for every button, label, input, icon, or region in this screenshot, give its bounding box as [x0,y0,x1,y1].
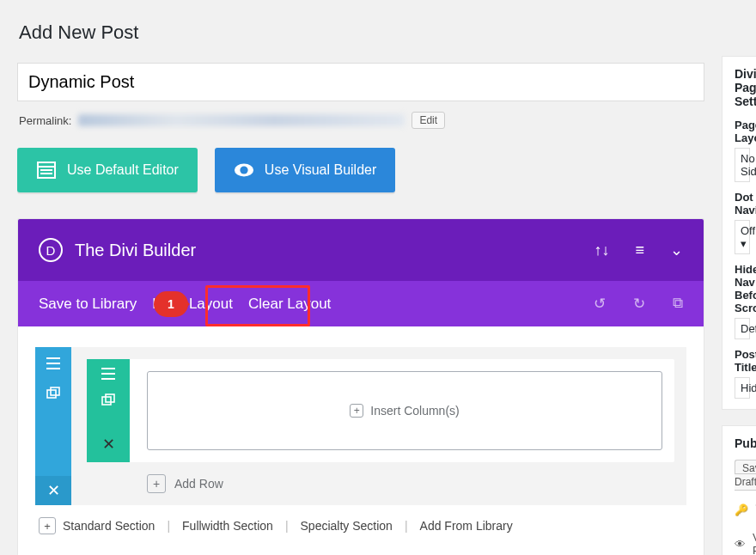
add-from-library-link[interactable]: Add From Library [420,519,513,533]
clear-layout-button[interactable]: Clear Layout [248,296,331,313]
row-drag-icon[interactable] [101,366,115,381]
section-duplicate-icon[interactable] [46,387,60,401]
svg-rect-7 [51,387,59,395]
svg-rect-9 [106,394,114,402]
builder-row: ✕ + Insert Column(s) [87,359,674,462]
section-delete-icon[interactable]: ✕ [35,476,71,505]
use-default-editor-button[interactable]: Use Default Editor [17,148,198,192]
row-duplicate-icon[interactable] [101,393,115,408]
plus-box-icon: + [350,404,363,418]
section-drag-icon[interactable] [46,356,60,371]
hamburger-icon[interactable]: ≡ [635,241,644,259]
dot-nav-label: Dot Navigation: [735,191,750,217]
layout-icon [36,160,57,180]
eye-icon: 👁 [735,538,746,551]
collapse-icon[interactable]: ⌄ [670,241,683,259]
post-title-input[interactable] [17,63,704,101]
use-visual-builder-label: Use Visual Builder [265,162,376,178]
add-row-button[interactable]: + Add Row [147,474,674,493]
annotation-step-badge: 1 [154,291,188,317]
dot-nav-select[interactable]: Off ▾ [735,220,750,254]
publish-title: Publish [735,436,750,450]
insert-columns-button[interactable]: + Insert Column(s) [147,371,662,450]
divi-builder-title: The Divi Builder [75,241,196,260]
add-specialty-section-link[interactable]: Specialty Section [301,519,393,533]
permalink-url-blurred [78,114,405,126]
post-title-select[interactable]: Hide [735,377,750,399]
hide-nav-select[interactable]: Default [735,318,750,339]
divi-settings-title: Divi Page Settings [735,67,750,108]
save-draft-button[interactable]: Save Draft [735,460,756,491]
plus-box-icon: + [147,474,166,493]
permalink-edit-button[interactable]: Edit [412,112,445,129]
insert-columns-label: Insert Column(s) [370,404,459,418]
svg-point-5 [240,166,247,174]
eye-icon [234,160,254,180]
add-row-label: Add Row [174,477,223,491]
key-icon: 🔑 [735,503,748,516]
history-icon[interactable]: ⧉ [673,295,683,313]
plus-box-icon: + [39,517,56,534]
post-title-label: Post Title: [735,348,750,374]
divi-page-settings-box: Divi Page Settings Page Layout: No Sideb… [722,56,756,410]
publish-box: Publish Save Draft 🔑Status: Draft 👁Visib… [722,425,756,555]
save-to-library-button[interactable]: Save to Library [39,296,137,313]
divi-builder-panel: D The Divi Builder ↑↓ ≡ ⌄ Save to Librar… [17,218,704,555]
redo-icon[interactable]: ↻ [633,295,645,313]
section-handle[interactable] [35,347,71,495]
builder-section: ✕ [35,347,686,505]
add-fullwidth-section-link[interactable]: Fullwidth Section [182,519,273,533]
use-default-editor-label: Use Default Editor [67,162,179,178]
permalink-label: Permalink: [19,114,71,127]
visibility-text: Visibility: Public [753,531,756,555]
row-handle[interactable]: ✕ [87,359,130,462]
import-export-icon[interactable]: ↑↓ [594,241,609,259]
svg-rect-8 [102,397,111,405]
hide-nav-label: Hide Nav Before Scroll: [735,263,750,314]
divi-logo-icon: D [39,238,63,262]
row-delete-icon[interactable]: ✕ [102,435,115,454]
add-standard-section-link[interactable]: Standard Section [63,519,155,533]
svg-rect-6 [47,390,56,398]
use-visual-builder-button[interactable]: Use Visual Builder [215,148,395,192]
page-title: Add New Post [19,21,704,44]
page-layout-select[interactable]: No Sidebar [735,148,750,182]
undo-icon[interactable]: ↺ [594,295,606,313]
page-layout-label: Page Layout: [735,119,750,144]
